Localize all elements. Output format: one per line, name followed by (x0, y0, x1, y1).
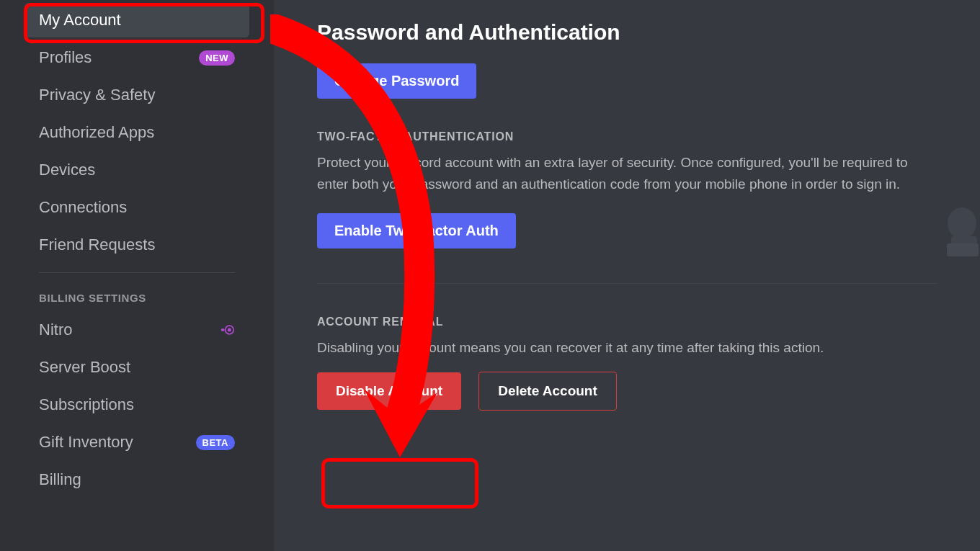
sidebar-item-label: Profiles (39, 48, 92, 67)
account-removal-label: ACCOUNT REMOVAL (317, 315, 937, 328)
sidebar-item-label: Privacy & Safety (39, 86, 155, 104)
sidebar-item-profiles[interactable]: Profiles NEW (24, 40, 249, 75)
sidebar-item-label: Friend Requests (39, 236, 155, 254)
decoration-graphic (937, 202, 980, 262)
sidebar-item-authorized-apps[interactable]: Authorized Apps (24, 115, 249, 150)
account-removal-buttons: Disable Account Delete Account (317, 372, 937, 411)
section-divider (317, 283, 937, 284)
two-factor-label: TWO-FACTOR AUTHENTICATION (317, 130, 937, 143)
enable-two-factor-button[interactable]: Enable Two-Factor Auth (317, 213, 516, 248)
sidebar-item-label: Billing (39, 470, 81, 489)
sidebar-item-devices[interactable]: Devices (24, 153, 249, 187)
svg-point-3 (948, 207, 976, 239)
account-removal-description: Disabling your account means you can rec… (317, 337, 908, 359)
sidebar-item-my-account[interactable]: My Account (24, 3, 249, 37)
sidebar-item-label: Connections (39, 198, 127, 217)
sidebar-item-privacy-safety[interactable]: Privacy & Safety (24, 78, 249, 112)
sidebar-item-label: Authorized Apps (39, 123, 154, 142)
svg-rect-5 (947, 243, 979, 256)
beta-badge: BETA (196, 435, 235, 450)
sidebar-item-label: Nitro (39, 321, 72, 339)
sidebar-item-nitro[interactable]: Nitro (24, 313, 249, 347)
page-title: Password and Authentication (317, 20, 937, 45)
sidebar-item-label: Server Boost (39, 358, 130, 377)
two-factor-description: Protect your Discord account with an ext… (317, 152, 908, 196)
sidebar-header-billing: BILLING SETTINGS (0, 283, 274, 310)
sidebar-item-gift-inventory[interactable]: Gift Inventory BETA (24, 425, 249, 460)
sidebar-item-billing[interactable]: Billing (24, 462, 249, 497)
main-content: Password and Authentication Change Passw… (274, 0, 980, 551)
svg-point-1 (228, 328, 231, 332)
disable-account-button[interactable]: Disable Account (317, 372, 461, 410)
sidebar-item-subscriptions[interactable]: Subscriptions (24, 388, 249, 422)
sidebar-divider (39, 272, 235, 273)
new-badge: NEW (199, 50, 235, 66)
nitro-icon (219, 322, 235, 338)
sidebar-item-server-boost[interactable]: Server Boost (24, 350, 249, 385)
sidebar-item-label: Gift Inventory (39, 433, 133, 452)
sidebar-item-label: Devices (39, 161, 95, 179)
sidebar: My Account Profiles NEW Privacy & Safety… (0, 0, 274, 551)
sidebar-item-connections[interactable]: Connections (24, 190, 249, 225)
change-password-button[interactable]: Change Password (317, 63, 476, 99)
sidebar-item-friend-requests[interactable]: Friend Requests (24, 228, 249, 262)
sidebar-item-label: My Account (39, 11, 121, 30)
sidebar-item-label: Subscriptions (39, 395, 134, 414)
delete-account-button[interactable]: Delete Account (478, 372, 617, 411)
svg-rect-2 (221, 328, 225, 331)
